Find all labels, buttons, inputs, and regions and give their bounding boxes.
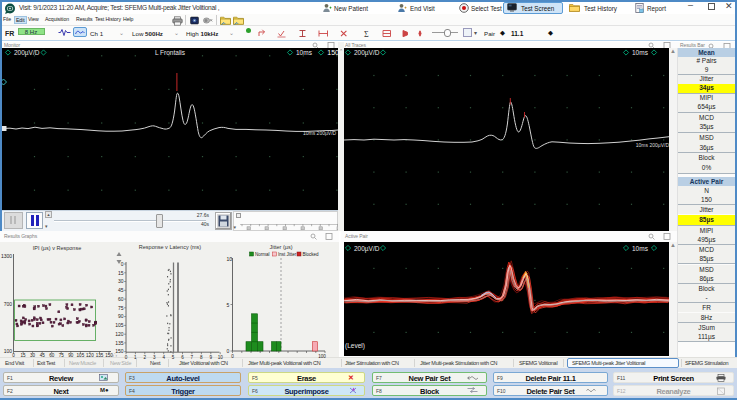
svg-text:IPI (µs) v Response: IPI (µs) v Response	[33, 245, 81, 251]
svg-text:Inst Jitter: Inst Jitter	[278, 252, 297, 257]
svg-text:200µV/D: 200µV/D	[354, 244, 380, 252]
svg-text:0: 0	[121, 261, 124, 267]
svg-text:Jitter (µs): Jitter (µs)	[269, 244, 292, 250]
svg-text:10ms 200µV/D: 10ms 200µV/D	[636, 142, 669, 148]
svg-text:Normal: Normal	[255, 252, 270, 257]
svg-text:120: 120	[115, 331, 124, 337]
svg-text:200µV/D: 200µV/D	[14, 49, 40, 57]
svg-text:135: 135	[96, 353, 104, 358]
svg-text:150: 150	[115, 348, 124, 354]
svg-text:700: 700	[4, 301, 13, 307]
svg-text:135: 135	[115, 340, 124, 346]
svg-text:0: 0	[12, 353, 15, 358]
svg-text:15: 15	[21, 353, 27, 358]
svg-text:4: 4	[162, 355, 165, 360]
svg-text:10ms: 10ms	[632, 244, 649, 251]
svg-text:120: 120	[86, 353, 94, 358]
svg-text:5: 5	[172, 355, 175, 360]
svg-text:0: 0	[227, 348, 230, 354]
svg-text:Blocked: Blocked	[303, 252, 320, 257]
svg-text:10ms: 10ms	[296, 49, 313, 56]
svg-text:Response v Latency (ms): Response v Latency (ms)	[139, 244, 202, 250]
svg-text:1300: 1300	[1, 253, 12, 259]
svg-text:105: 105	[77, 353, 85, 358]
svg-text:10ms 200µV/D: 10ms 200µV/D	[303, 130, 337, 136]
svg-text:90: 90	[118, 313, 124, 319]
svg-text:2: 2	[144, 355, 147, 360]
svg-text:0: 0	[231, 354, 234, 359]
svg-text:Σ: Σ	[364, 29, 369, 38]
svg-text:(Level): (Level)	[345, 342, 365, 350]
svg-text:45: 45	[40, 353, 46, 358]
svg-text:10ms: 10ms	[632, 49, 649, 56]
svg-text:150: 150	[327, 49, 338, 56]
svg-text:30: 30	[30, 353, 36, 358]
svg-text:10: 10	[227, 256, 233, 262]
svg-text:15: 15	[118, 270, 124, 276]
svg-text:105: 105	[115, 322, 124, 328]
svg-text:75: 75	[59, 353, 65, 358]
svg-text:L Frontalis: L Frontalis	[155, 49, 186, 56]
svg-text:45: 45	[118, 287, 124, 293]
svg-text:100: 100	[318, 354, 326, 359]
svg-text:100: 100	[4, 348, 13, 354]
svg-text:5: 5	[227, 302, 230, 308]
svg-text:75: 75	[118, 305, 124, 311]
svg-text:60: 60	[49, 353, 55, 358]
svg-text:90: 90	[68, 353, 74, 358]
svg-text:200µV/D: 200µV/D	[354, 49, 380, 57]
svg-text:30: 30	[118, 278, 124, 284]
svg-text:60: 60	[118, 296, 124, 302]
